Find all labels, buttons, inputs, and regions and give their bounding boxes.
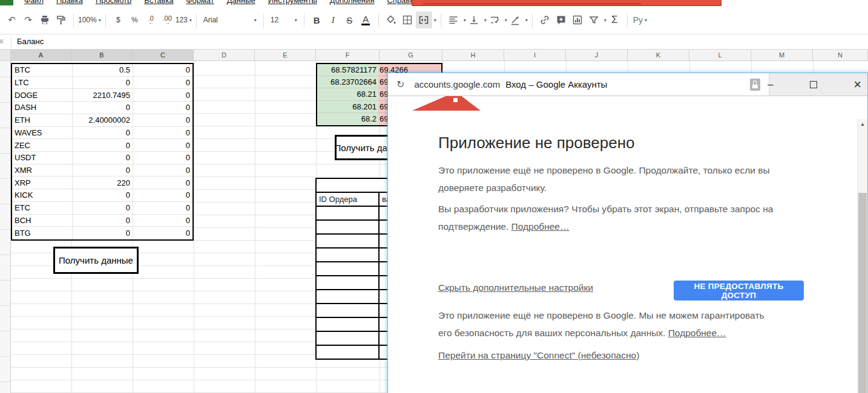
refresh-icon[interactable]: ↻ — [396, 79, 404, 90]
number-format-button[interactable]: 123▾ — [176, 11, 192, 28]
cell-value[interactable]: 0 — [133, 202, 192, 214]
popup-title-bar[interactable]: ↻ accounts.google.com Вход – Google Акка… — [388, 73, 867, 96]
print-button[interactable] — [36, 11, 53, 28]
cell-order-id[interactable] — [317, 262, 380, 275]
menu-item-данные[interactable]: Данные — [227, 0, 255, 5]
cell-order-id[interactable] — [317, 332, 380, 345]
cell-value[interactable]: 0 — [133, 64, 192, 76]
cell-order-id[interactable] — [317, 276, 380, 289]
fill-color-button[interactable] — [383, 11, 399, 28]
formula-bar[interactable]: к Баланс — [0, 34, 868, 50]
column-header-M[interactable]: M — [751, 49, 813, 61]
cell-amount[interactable]: 0 — [73, 152, 133, 164]
cell-currency[interactable]: BTG — [12, 227, 73, 239]
input-tools-button[interactable]: Ру▾ — [632, 11, 648, 28]
cell-currency[interactable]: ETC — [12, 202, 73, 214]
cell-bid-price[interactable]: 68.23702664 — [317, 76, 378, 88]
cell-currency[interactable]: XRP — [12, 177, 73, 189]
menu-item-правка[interactable]: Правка — [56, 0, 83, 5]
column-header-D[interactable]: D — [194, 49, 255, 61]
cell-bid-price[interactable]: 68.21 — [317, 88, 378, 100]
insert-chart-button[interactable] — [570, 11, 586, 28]
cell-amount[interactable]: 0 — [73, 139, 133, 151]
cell-currency[interactable]: LTC — [12, 77, 73, 89]
cell-value[interactable]: 0 — [133, 139, 192, 151]
column-header-K[interactable]: K — [628, 49, 689, 61]
deny-access-button[interactable]: НЕ ПРЕДОСТАВЛЯТЬ ДОСТУП — [674, 281, 804, 300]
cell-value[interactable]: 0 — [133, 177, 192, 189]
cell-order-id[interactable] — [317, 235, 380, 247]
undo-button[interactable]: ↶ — [4, 11, 20, 28]
column-header-G[interactable]: G — [380, 49, 442, 61]
column-header-C[interactable]: C — [133, 49, 194, 61]
text-wrap-button[interactable] — [487, 11, 503, 28]
close-button[interactable]: × — [853, 79, 861, 91]
cell-bid-price[interactable]: 68.201 — [317, 101, 378, 113]
text-rotation-button[interactable] — [507, 11, 524, 28]
connect-unsafe-link[interactable]: Перейти на страницу "Connect" (небезопас… — [438, 350, 639, 360]
get-data-button[interactable]: Получить данные — [53, 247, 139, 274]
cell-amount[interactable]: 0 — [73, 77, 133, 89]
vertical-align-button[interactable] — [466, 11, 482, 28]
menu-item-формат[interactable]: Формат — [186, 0, 214, 5]
strikethrough-button[interactable]: S — [341, 11, 358, 28]
cell-currency[interactable]: KICK — [12, 189, 73, 201]
cell-currency[interactable]: DASH — [12, 102, 73, 114]
cell-currency[interactable]: BTC — [12, 64, 73, 76]
menu-item-вставка[interactable]: Вставка — [144, 0, 173, 5]
cell-value[interactable]: 0 — [133, 102, 192, 114]
cell-amount[interactable]: 0 — [73, 189, 133, 201]
cell-currency[interactable]: BCH — [12, 215, 73, 227]
cell-value[interactable]: 0 — [133, 114, 192, 126]
cell-value[interactable]: 0 — [133, 164, 192, 177]
column-header-E[interactable]: E — [255, 49, 316, 61]
zoom-select[interactable]: 100%▾ — [78, 11, 101, 28]
cell-order-id[interactable] — [317, 221, 380, 233]
hide-advanced-link[interactable]: Скрыть дополнительные настройки — [438, 282, 593, 293]
cell-order-id[interactable] — [317, 248, 380, 261]
merge-cells-button[interactable] — [416, 11, 432, 28]
cell-amount[interactable]: 0.5 — [73, 64, 133, 76]
scrollbar-thumb[interactable] — [858, 193, 867, 393]
filter-button[interactable] — [586, 11, 602, 28]
cell-amount[interactable]: 0 — [73, 202, 133, 214]
cell-order-id[interactable] — [317, 346, 380, 359]
format-currency-button[interactable]: $ — [110, 11, 127, 28]
cell-amount[interactable]: 0 — [73, 215, 133, 227]
column-header-F[interactable]: F — [316, 49, 380, 61]
font-select[interactable]: Arial▾ — [201, 11, 259, 28]
italic-button[interactable]: I — [325, 11, 341, 28]
cell-bid-price[interactable]: 68.57821177 — [317, 64, 378, 76]
font-size-select[interactable]: 12▾ — [268, 11, 300, 28]
learn-more-link-2[interactable]: Подробнее… — [668, 328, 726, 338]
cell-currency[interactable]: USDT — [12, 152, 73, 164]
menu-item-файл[interactable]: Файл — [24, 0, 44, 5]
redo-button[interactable]: ↷ — [20, 11, 36, 28]
scrollbar-up-arrow[interactable]: ▲ — [858, 119, 867, 129]
cell-currency[interactable]: ZEC — [12, 139, 73, 151]
cell-value[interactable]: 0 — [133, 152, 192, 164]
cell-currency[interactable]: XMR — [12, 164, 73, 177]
minimize-button[interactable]: – — [768, 79, 773, 91]
cell-order-id[interactable] — [317, 207, 380, 219]
cell-amount[interactable]: 0 — [73, 227, 133, 239]
learn-more-link[interactable]: Подробнее… — [511, 221, 570, 232]
cell-value[interactable]: 0 — [133, 227, 192, 239]
merge-cells-caret[interactable]: ▾ — [434, 18, 436, 23]
decrease-decimals-button[interactable]: .0← — [143, 11, 159, 28]
menu-item-инструменты[interactable]: Инструменты — [268, 0, 317, 5]
menu-item-дополнения[interactable]: Дополнения — [330, 0, 375, 5]
menu-item-просмотр[interactable]: Просмотр — [96, 0, 131, 5]
cell-amount[interactable]: 0 — [73, 102, 133, 114]
cell-order-id[interactable] — [317, 290, 380, 303]
cell-order-id[interactable] — [317, 304, 380, 317]
cell-amount[interactable]: 220 — [73, 177, 133, 189]
borders-button[interactable] — [399, 11, 416, 28]
bold-button[interactable]: B — [309, 11, 325, 28]
select-all-corner[interactable] — [0, 49, 11, 61]
maximize-button[interactable] — [810, 81, 817, 88]
cell-amount[interactable]: 2210.7495 — [73, 89, 133, 101]
column-header-H[interactable]: H — [442, 49, 504, 61]
format-percent-button[interactable]: % — [127, 11, 143, 28]
horizontal-align-button[interactable] — [446, 11, 462, 28]
